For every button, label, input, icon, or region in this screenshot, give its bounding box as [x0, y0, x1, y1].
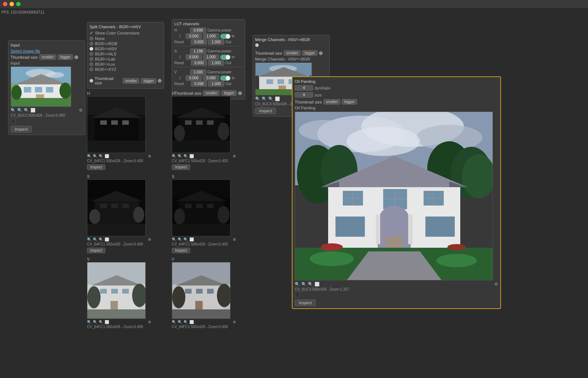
- h-zoom1[interactable]: 🔍: [87, 154, 91, 158]
- oil-smaller-btn[interactable]: smaller: [323, 99, 340, 105]
- s-zoom1[interactable]: 🔍: [87, 237, 91, 241]
- window-controls: [3, 2, 21, 6]
- v-zoom2[interactable]: 🔍: [93, 320, 97, 324]
- oil-zoom-in[interactable]: 🔍: [295, 282, 300, 287]
- lut-h-val1[interactable]: [186, 33, 202, 39]
- s-expand[interactable]: ⬜: [105, 237, 109, 241]
- option-bgr-lab[interactable]: BGR=>Lab: [90, 57, 161, 61]
- vr-zoom3[interactable]: 🔍: [184, 320, 188, 324]
- lut-h-toggle[interactable]: [220, 34, 231, 39]
- sr-zoom1[interactable]: 🔍: [172, 237, 176, 241]
- h-zoom2[interactable]: 🔍: [93, 154, 97, 158]
- v-settings[interactable]: ⚙: [148, 320, 151, 324]
- s-zoom3[interactable]: 🔍: [99, 237, 103, 241]
- oil-inspect-btn[interactable]: Inspect: [295, 299, 316, 306]
- hr-zoom1[interactable]: 🔍: [172, 154, 176, 158]
- sr-zoom2[interactable]: 🔍: [178, 237, 182, 241]
- lut-h-r2[interactable]: [208, 39, 224, 45]
- zoom-out-icon[interactable]: 🔍: [17, 108, 22, 113]
- lut-v-r1[interactable]: [191, 81, 207, 87]
- lut-s-r1[interactable]: [191, 60, 207, 66]
- merge-bigger-btn[interactable]: bigger: [302, 50, 317, 56]
- v-zoom3[interactable]: 🔍: [99, 320, 103, 324]
- lut-v-val1[interactable]: [186, 75, 202, 81]
- thumbnail-bigger-btn[interactable]: bigger: [58, 54, 73, 60]
- merge-inspect-btn[interactable]: Inspect: [255, 108, 276, 114]
- lut-v-val2[interactable]: [203, 75, 219, 81]
- lut-h-value[interactable]: [190, 28, 206, 33]
- maximize-button[interactable]: [16, 2, 21, 6]
- option-bgr-hls[interactable]: BGR=>HLS: [90, 52, 161, 56]
- v-reset-label[interactable]: Reset: [174, 82, 179, 86]
- settings-icon[interactable]: ⚙: [79, 108, 83, 113]
- oil-zoom-out[interactable]: 🔍: [301, 282, 306, 287]
- zoom-in-icon[interactable]: 🔍: [11, 108, 16, 113]
- v-zoom1[interactable]: 🔍: [87, 320, 91, 324]
- vr-settings[interactable]: ⚙: [233, 320, 236, 324]
- hr-zoom3[interactable]: 🔍: [184, 154, 188, 158]
- select-file-label[interactable]: Select image file: [11, 49, 40, 53]
- hr-inspect-btn[interactable]: Inspect: [172, 164, 190, 170]
- vr-zoom1[interactable]: 🔍: [172, 320, 176, 324]
- close-button[interactable]: [3, 2, 7, 6]
- lut-s-r2[interactable]: [208, 60, 224, 66]
- option-none[interactable]: None: [90, 36, 161, 41]
- sr-settings[interactable]: ⚙: [233, 237, 236, 241]
- sr-zoom3[interactable]: 🔍: [184, 237, 188, 241]
- merge-smaller-btn[interactable]: smaller: [284, 50, 301, 56]
- lut-s-val1[interactable]: [186, 54, 202, 60]
- oil-fullscreen[interactable]: ⬜: [315, 282, 320, 287]
- reset-label[interactable]: Reset: [174, 40, 179, 44]
- minimize-button[interactable]: [10, 2, 14, 6]
- inspect-button[interactable]: Inspect: [11, 126, 32, 132]
- s-inspect-btn[interactable]: Inspect: [87, 248, 105, 253]
- oil-size-value[interactable]: [295, 92, 313, 98]
- smaller-btn[interactable]: smaller: [123, 78, 139, 84]
- merge-fullscreen[interactable]: ⬜: [275, 97, 280, 101]
- merge-zoom-fit[interactable]: 🔍: [268, 97, 273, 101]
- merge-zoom-in[interactable]: 🔍: [255, 97, 260, 101]
- lut-s-val2[interactable]: [203, 54, 219, 60]
- option-bgr-hsv[interactable]: BGR=>HSV: [90, 47, 161, 51]
- h-inspect-btn[interactable]: Inspect: [87, 164, 105, 170]
- lut-h-r1[interactable]: [191, 39, 207, 45]
- merge-zoom-out[interactable]: 🔍: [262, 97, 267, 101]
- oil-bigger-btn[interactable]: bigger: [342, 99, 357, 105]
- bigger-btn[interactable]: bigger: [141, 78, 156, 84]
- option-bgr-luv[interactable]: BGR=>Luv: [90, 62, 161, 66]
- s-zoom2[interactable]: 🔍: [93, 237, 97, 241]
- thumbnail-smaller-btn[interactable]: smaller: [39, 54, 56, 60]
- zoom-fit-icon[interactable]: 🔍: [24, 108, 29, 113]
- s-reset-label[interactable]: Reset: [174, 61, 179, 65]
- s-settings[interactable]: ⚙: [148, 237, 151, 241]
- hr-settings[interactable]: ⚙: [233, 154, 236, 158]
- oil-zoom-fit[interactable]: 🔍: [308, 282, 313, 287]
- v-expand[interactable]: ⬜: [105, 320, 109, 324]
- lut-v-r2[interactable]: [208, 81, 224, 87]
- lut-v-value[interactable]: [190, 69, 206, 75]
- sr-expand[interactable]: ⬜: [189, 237, 194, 241]
- h-settings[interactable]: ⚙: [148, 154, 151, 158]
- h-expand[interactable]: ⬜: [105, 154, 109, 158]
- lut-h-val2[interactable]: [203, 33, 219, 39]
- oil-sub-label: Oil Painting: [295, 106, 498, 110]
- vr-zoom2[interactable]: 🔍: [178, 320, 182, 324]
- s-info-left: CV_64FC1 500x428 - Zoom:0.400: [87, 242, 151, 246]
- oil-settings[interactable]: ⚙: [494, 282, 498, 287]
- sr-inspect-btn[interactable]: Inspect: [172, 248, 190, 253]
- show-conversions-label[interactable]: Show Color Conversions: [95, 31, 139, 35]
- lut-s-toggle[interactable]: [220, 55, 231, 60]
- lut-v-toggle[interactable]: [220, 76, 231, 81]
- hr-expand[interactable]: ⬜: [189, 154, 194, 158]
- fullscreen-icon[interactable]: ⬜: [30, 108, 36, 113]
- option-bgr-rgb[interactable]: BGR=>RGB: [90, 41, 161, 46]
- h-zoom3[interactable]: 🔍: [99, 154, 103, 158]
- option-bgr-xyz[interactable]: BGR=>XYZ: [90, 67, 161, 72]
- vr-expand[interactable]: ⬜: [189, 320, 194, 324]
- svg-point-10: [11, 85, 22, 100]
- hr-zoom2[interactable]: 🔍: [178, 154, 182, 158]
- curve-icon: [179, 34, 185, 39]
- oil-dyn-value[interactable]: [295, 85, 313, 91]
- lut-s-value[interactable]: [190, 48, 206, 54]
- lut-h-label: H: [174, 28, 189, 32]
